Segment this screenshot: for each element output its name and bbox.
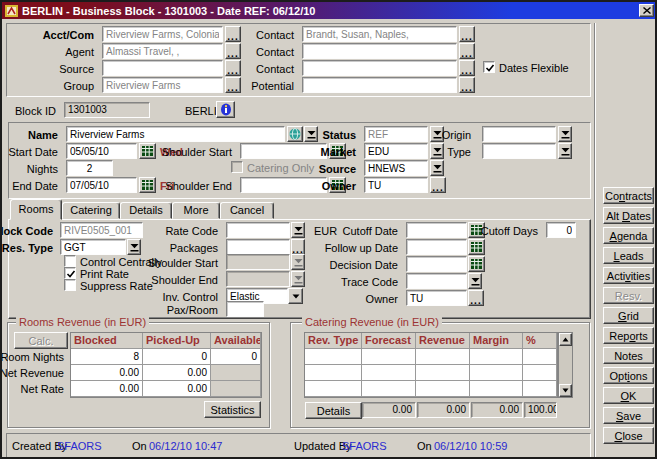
- start-date-calendar-button[interactable]: [139, 143, 156, 159]
- trace-code-list-button[interactable]: [468, 273, 482, 289]
- sidebar-button-reports[interactable]: Reports: [603, 327, 654, 344]
- window-title: BERLIN - Business Block - 1301003 - Date…: [22, 5, 315, 17]
- packages-field[interactable]: [226, 239, 290, 255]
- cutoff-date-field[interactable]: [406, 222, 467, 238]
- sidebar-button-save[interactable]: Save: [603, 407, 654, 424]
- follow-up-date-field[interactable]: [406, 239, 467, 255]
- close-window-button[interactable]: [639, 4, 654, 17]
- rate-code-field[interactable]: [226, 222, 290, 238]
- contact3-lookup-button[interactable]: ...: [459, 60, 475, 76]
- print-rate-checkbox[interactable]: [64, 267, 76, 279]
- shoulder-end-field[interactable]: [240, 177, 327, 193]
- follow-up-date-calendar-button[interactable]: [468, 239, 485, 255]
- sidebar-button-notes[interactable]: Notes: [603, 347, 654, 364]
- source-lookup-button[interactable]: ...: [225, 60, 241, 76]
- agent-lookup-button[interactable]: ...: [225, 43, 241, 59]
- sidebar-button-leads[interactable]: Leads: [603, 247, 654, 264]
- potential-lookup-button[interactable]: ...: [459, 77, 475, 93]
- origin-list-button[interactable]: [558, 126, 572, 142]
- decision-date-field[interactable]: [406, 256, 467, 272]
- sidebar-button-contracts[interactable]: Contracts: [603, 187, 654, 204]
- sidebar-button-options[interactable]: Options: [603, 367, 654, 384]
- catering-table-scrollbar[interactable]: [558, 332, 573, 398]
- lov-icon: [433, 164, 442, 173]
- calc-button: Calc.: [14, 332, 68, 349]
- calendar-icon: [142, 146, 153, 156]
- source-field[interactable]: [102, 60, 223, 76]
- sidebar-button-close[interactable]: Close: [603, 427, 654, 444]
- owner-field[interactable]: [364, 177, 428, 193]
- catering-only-label: Catering Only: [247, 162, 314, 174]
- suppress-rate-checkbox[interactable]: [64, 279, 76, 291]
- control-centrally-checkbox[interactable]: [64, 255, 76, 267]
- sidebar-button-grid[interactable]: Grid: [603, 307, 654, 324]
- group-label: Group: [63, 80, 94, 92]
- tab-catering[interactable]: Catering: [62, 202, 120, 219]
- sidebar-button-activities[interactable]: Activities: [603, 267, 654, 284]
- scroll-up-button[interactable]: [559, 333, 572, 346]
- cutoff-days-field[interactable]: [546, 222, 576, 238]
- name-list-button[interactable]: [304, 126, 318, 142]
- end-date-calendar-button[interactable]: [139, 177, 156, 193]
- tab-cancel[interactable]: Cancel: [220, 202, 274, 219]
- market-field[interactable]: [364, 143, 428, 159]
- origin-field[interactable]: [482, 126, 556, 142]
- tab-owner-lookup-button[interactable]: ...: [468, 290, 484, 306]
- type-list-button[interactable]: [558, 143, 572, 159]
- tab-shoulder-end-label: Shoulder End: [151, 274, 218, 286]
- dates-flexible-checkbox[interactable]: [483, 61, 495, 73]
- source2-field[interactable]: [364, 160, 428, 176]
- group-lookup-button[interactable]: ...: [225, 77, 241, 93]
- name-field[interactable]: [66, 126, 285, 142]
- tab-owner-field[interactable]: [406, 290, 467, 306]
- group-field[interactable]: [102, 77, 223, 93]
- contact3-field[interactable]: [302, 60, 457, 76]
- status-field[interactable]: [364, 126, 428, 142]
- tab-details[interactable]: Details: [120, 202, 172, 219]
- res-type-field[interactable]: [60, 239, 126, 255]
- contact1-field[interactable]: [302, 26, 457, 42]
- agent-field[interactable]: [102, 43, 223, 59]
- catering-revenue-cell: [362, 349, 416, 365]
- statistics-button[interactable]: Statistics: [204, 401, 261, 418]
- contact1-lookup-button[interactable]: ...: [459, 26, 475, 42]
- trace-code-field[interactable]: [406, 273, 467, 289]
- scroll-down-button[interactable]: [559, 384, 572, 397]
- source2-list-button[interactable]: [430, 160, 444, 176]
- start-date-field[interactable]: [66, 143, 137, 159]
- rooms-revenue-cell: [211, 365, 261, 381]
- nights-field[interactable]: [66, 160, 113, 176]
- block-code-field[interactable]: [60, 222, 143, 238]
- sidebar-button-ok[interactable]: OK: [603, 387, 654, 404]
- owner-lookup-button[interactable]: ...: [430, 177, 446, 193]
- details-button[interactable]: Details: [305, 402, 362, 419]
- rate-code-label: Rate Code: [165, 225, 218, 237]
- name-translate-button[interactable]: [287, 126, 303, 142]
- tab-shoulder-start-label: Shoulder Start: [148, 257, 218, 269]
- inv-control-dropdown-button[interactable]: [288, 288, 303, 304]
- market-list-button[interactable]: [430, 143, 444, 159]
- end-date-field[interactable]: [66, 177, 137, 193]
- type-field[interactable]: [482, 143, 556, 159]
- arrow-down-icon: [562, 388, 569, 393]
- acct-com-field[interactable]: [102, 26, 223, 42]
- acct-com-lookup-button[interactable]: ...: [225, 26, 241, 42]
- sidebar-button-altdates[interactable]: Alt Dates: [603, 207, 654, 224]
- potential-field[interactable]: [302, 77, 457, 93]
- tab-rooms[interactable]: Rooms: [10, 199, 62, 220]
- tab-owner-label: Owner: [366, 293, 398, 305]
- sidebar-button-agenda[interactable]: Agenda: [603, 227, 654, 244]
- shoulder-start-field[interactable]: [240, 143, 327, 159]
- pax-room-field[interactable]: [226, 301, 264, 317]
- catering-revenue-cell: [470, 381, 523, 397]
- property-info-button[interactable]: [216, 101, 235, 118]
- origin-label: Origin: [442, 129, 471, 141]
- packages-lookup-button[interactable]: ...: [291, 239, 305, 255]
- shoulder-start-label: Shoulder Start: [162, 146, 232, 158]
- contact2-field[interactable]: [302, 43, 457, 59]
- contact2-lookup-button[interactable]: ...: [459, 43, 475, 59]
- res-type-list-button[interactable]: [127, 239, 141, 255]
- decision-date-calendar-button[interactable]: [468, 256, 485, 272]
- rate-code-list-button[interactable]: [291, 222, 305, 238]
- tab-more[interactable]: More: [172, 202, 220, 219]
